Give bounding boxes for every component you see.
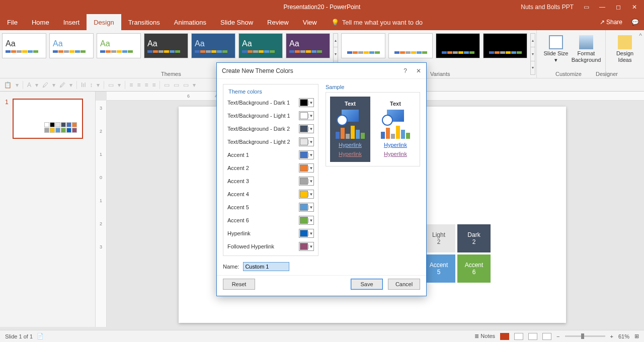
sample-preview: Text Hyperlink Hyperlink Text Hyperlink — [326, 92, 420, 166]
color-dropdown[interactable]: ▼ — [299, 203, 314, 212]
color-label: Accent 6 — [227, 217, 249, 223]
normal-view-button[interactable] — [500, 333, 509, 340]
tab-review[interactable]: Review — [260, 14, 296, 30]
variant-thumb-0[interactable] — [341, 33, 385, 58]
tab-home[interactable]: Home — [25, 14, 56, 30]
color-label: Accent 2 — [227, 165, 249, 171]
tab-slideshow[interactable]: Slide Show — [213, 14, 260, 30]
tab-file[interactable]: File — [0, 14, 25, 30]
notes-button[interactable]: ≣ Notes — [474, 333, 495, 339]
color-dropdown[interactable]: ▼ — [299, 242, 314, 251]
zoom-in-button[interactable]: + — [610, 333, 613, 339]
color-label: Accent 3 — [227, 178, 249, 184]
accent-cell: Accent6 — [457, 254, 491, 283]
share-button[interactable]: ↗ Share — [600, 19, 622, 26]
color-dropdown[interactable]: ▼ — [299, 124, 314, 133]
sample-chart-icon — [381, 125, 410, 139]
tab-transitions[interactable]: Transitions — [121, 14, 167, 30]
color-dropdown[interactable]: ▼ — [299, 98, 314, 107]
fit-window-button[interactable]: ⊞ — [634, 333, 639, 339]
variants-group-label: Variants — [430, 71, 450, 77]
sample-followed-dark: Hyperlink — [339, 151, 362, 157]
zoom-level[interactable]: 61% — [618, 333, 629, 339]
accent-cell: Dark2 — [457, 224, 491, 252]
slideshow-view-button[interactable] — [542, 333, 551, 340]
theme-colors-legend: Theme colors — [227, 89, 263, 95]
cancel-button[interactable]: Cancel — [388, 279, 420, 290]
dialog-title: Create New Theme Colors — [222, 67, 293, 74]
tab-insert[interactable]: Insert — [56, 14, 87, 30]
zoom-slider[interactable] — [565, 335, 605, 337]
format-background-button[interactable]: Format Background — [572, 33, 600, 75]
variant-thumb-2[interactable] — [436, 33, 480, 58]
tab-design[interactable]: Design — [87, 14, 121, 30]
minimize-icon[interactable]: — — [599, 4, 606, 11]
theme-thumb-2[interactable]: Aa — [97, 33, 141, 58]
slide-number: 1 — [5, 99, 9, 139]
slide-thumbnail-1[interactable] — [13, 99, 83, 139]
window-title: Presentation20 - PowerPoint — [284, 4, 361, 11]
spellcheck-icon[interactable]: 📄 — [37, 333, 44, 339]
theme-thumb-5[interactable]: Aa — [238, 33, 283, 58]
color-dropdown[interactable]: ▼ — [299, 163, 314, 173]
color-row-9: Accent 6▼ — [227, 215, 314, 225]
theme-thumb-4[interactable]: Aa — [191, 33, 235, 58]
zoom-out-button[interactable]: − — [556, 333, 559, 339]
variants-scroll[interactable]: ▴▾▾ — [530, 33, 535, 75]
color-dropdown[interactable]: ▼ — [299, 137, 314, 146]
color-row-2: Text/Background - Dark 2▼ — [227, 124, 314, 134]
color-dropdown[interactable]: ▼ — [299, 216, 314, 225]
color-row-3: Text/Background - Light 2▼ — [227, 137, 314, 147]
slide-panel[interactable]: 1 — [0, 92, 96, 327]
theme-thumb-6[interactable]: Aa — [286, 33, 330, 58]
format-bg-label: Format Background — [572, 50, 601, 63]
color-dropdown[interactable]: ▼ — [299, 190, 314, 199]
color-dropdown[interactable]: ▼ — [299, 111, 314, 120]
sample-dark: Text Hyperlink Hyperlink — [330, 97, 370, 162]
tab-animations[interactable]: Animations — [167, 14, 213, 30]
sample-light: Text Hyperlink Hyperlink — [375, 97, 416, 162]
help-icon[interactable]: ? — [404, 67, 407, 74]
collapse-ribbon-icon[interactable]: ^ — [639, 32, 642, 39]
account-name[interactable]: Nuts and Bolts PPT — [521, 4, 574, 11]
color-row-5: Accent 2▼ — [227, 163, 314, 173]
lightbulb-icon: 💡 — [331, 19, 339, 26]
color-row-11: Followed Hyperlink▼ — [227, 241, 314, 251]
design-ideas-icon — [618, 35, 632, 49]
theme-thumb-3[interactable]: Aa — [144, 33, 188, 58]
theme-thumb-1[interactable]: Aa — [49, 33, 94, 58]
ruler-vertical: 3210123 — [96, 101, 107, 327]
color-row-10: Hyperlink▼ — [227, 228, 314, 238]
maximize-icon[interactable]: ◻ — [615, 4, 622, 11]
comments-icon[interactable]: 💬 — [631, 19, 639, 26]
theme-name-input[interactable] — [243, 262, 289, 271]
tab-view[interactable]: View — [296, 14, 324, 30]
tell-me[interactable]: 💡 Tell me what you want to do — [324, 14, 423, 30]
color-label: Accent 4 — [227, 191, 249, 197]
design-ideas-button[interactable]: Design Ideas — [611, 33, 639, 75]
accent-cell: Light2 — [422, 224, 455, 252]
close-icon[interactable]: ✕ — [631, 4, 638, 11]
sample-chart-icon — [336, 125, 365, 139]
dialog-close-icon[interactable]: ✕ — [416, 67, 421, 74]
save-button[interactable]: Save — [351, 279, 383, 290]
color-dropdown[interactable]: ▼ — [299, 229, 314, 238]
variant-thumb-3[interactable] — [483, 33, 527, 58]
sorter-view-button[interactable] — [514, 333, 523, 340]
variant-thumb-1[interactable] — [388, 33, 433, 58]
reset-button[interactable]: Reset — [223, 279, 255, 290]
themes-group-label: Themes — [161, 71, 181, 77]
dialog-titlebar[interactable]: Create New Theme Colors ? ✕ — [217, 63, 426, 79]
sample-legend: Sample — [326, 84, 420, 90]
notes-label: Notes — [480, 333, 495, 339]
color-dropdown[interactable]: ▼ — [299, 177, 314, 186]
reading-view-button[interactable] — [528, 333, 537, 340]
design-ideas-label: Design Ideas — [611, 50, 639, 63]
theme-thumb-0[interactable]: Aa — [2, 33, 46, 58]
designer-group-label: Designer — [596, 71, 618, 77]
ribbon-tabs: File Home Insert Design Transitions Anim… — [0, 14, 644, 30]
name-label: Name: — [223, 264, 239, 270]
color-dropdown[interactable]: ▼ — [299, 150, 314, 159]
ribbon-display-icon[interactable]: ▭ — [583, 4, 590, 11]
slide-size-button[interactable]: Slide Size ▾ — [542, 33, 570, 75]
